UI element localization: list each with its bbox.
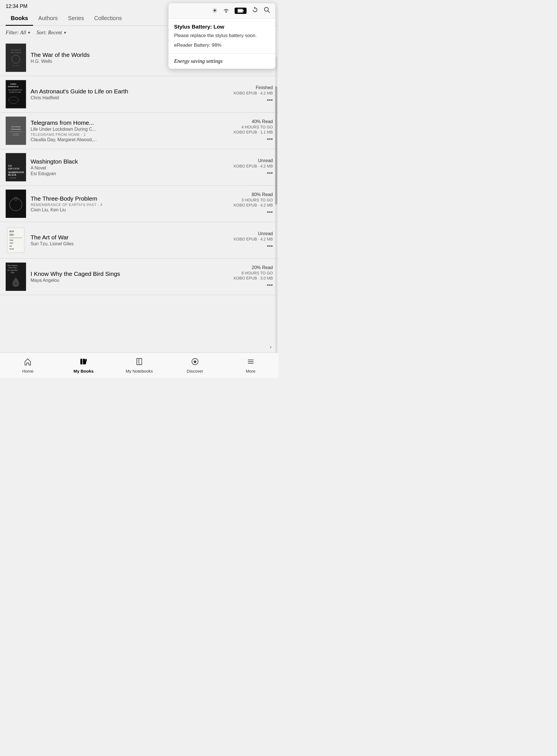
svg-rect-2 <box>238 10 242 12</box>
book-author: Esi Edugyan <box>31 171 229 176</box>
bottom-nav: Home My Books My Notebooks <box>0 353 278 378</box>
popup-title: Stylus Battery: Low <box>174 24 270 30</box>
nav-label-mybooks: My Books <box>74 369 94 373</box>
book-format: KOBO EPUB · 4.2 MB <box>234 164 273 168</box>
filter-dropdown[interactable]: Filter: All ▾ <box>6 30 30 36</box>
battery-status-icon[interactable] <box>235 8 246 14</box>
book-series: TELEGRAMS FROM HOME - 1 <box>31 132 229 137</box>
book-title: I Know Why the Caged Bird Sings <box>31 271 229 277</box>
battery-popup: ☀ Stylus Battery: Low Please replace the… <box>168 3 276 69</box>
book-author: Chris Hadfield <box>31 95 229 100</box>
book-title: The Art of War <box>31 234 229 241</box>
nav-label-home: Home <box>22 369 33 373</box>
svg-rect-1 <box>243 10 244 11</box>
home-icon <box>24 358 32 367</box>
book-meta: 80% Read 3 HOURS TO GO KOBO EPUB · 4.2 M… <box>233 192 273 216</box>
list-item[interactable]: The Three-Body Problem REMEMBRANCE OF EA… <box>0 186 278 222</box>
book-hours: 3 HOURS TO GO <box>241 198 273 202</box>
scrollbar[interactable] <box>275 57 277 353</box>
book-cover: THE WAR OF THE WORLDS kobo edition <box>6 43 26 72</box>
list-item[interactable]: CHRISHADFIELD AN ASTRONAUT'SGUIDE TO LIF… <box>0 76 278 113</box>
list-item[interactable]: SUNTZU THEARTOFWAR The Art of War Sun Tz… <box>0 222 278 259</box>
book-author: Sun Tzu, Lionel Giles <box>31 241 229 246</box>
book-status: Unread <box>258 158 273 163</box>
book-format: KOBO EPUB · 4.2 MB <box>234 91 273 95</box>
tab-authors[interactable]: Authors <box>33 11 63 26</box>
book-meta: Finished KOBO EPUB · 4.2 MB ••• <box>233 85 273 103</box>
sort-chevron-icon: ▾ <box>64 30 66 35</box>
filter-chevron-icon: ▾ <box>28 30 30 35</box>
book-info: An Astronaut's Guide to Life on Earth Ch… <box>31 88 229 100</box>
book-meta: 20% Read 8 HOURS TO GO KOBO EPUB · 3.0 M… <box>233 265 273 289</box>
book-info: Washington Black A Novel Esi Edugyan <box>31 158 229 176</box>
search-icon[interactable] <box>264 6 270 15</box>
filter-label: Filter: All <box>6 30 26 36</box>
nav-label-discover: Discover <box>187 369 203 373</box>
nav-label-more: More <box>246 369 255 373</box>
sort-label: Sort: Recent <box>36 30 62 36</box>
book-status: Unread <box>258 231 273 236</box>
book-status: 20% Read <box>252 265 273 270</box>
book-hours: 8 HOURS TO GO <box>241 271 273 275</box>
nav-item-notebooks[interactable]: My Notebooks <box>112 355 167 376</box>
book-info: Telegrams from Home... Life Under Lockdo… <box>31 119 229 142</box>
refresh-icon[interactable] <box>252 6 258 15</box>
book-cover: SUNTZU THEARTOFWAR <box>6 226 26 254</box>
book-list: THE WAR OF THE WORLDS kobo edition The W… <box>0 40 278 295</box>
popup-battery-level: eReader Battery: 98% <box>174 42 270 48</box>
brightness-icon[interactable]: ☀ <box>212 7 218 14</box>
book-status: 40% Read <box>252 119 273 124</box>
book-cover: Maya AngelouI Know Whythe Caged BirdSing… <box>6 263 26 291</box>
book-options-button[interactable]: ••• <box>267 136 273 143</box>
book-title: An Astronaut's Guide to Life on Earth <box>31 88 229 95</box>
book-subtitle: Life Under Lockdown During C... <box>31 127 229 132</box>
book-options-button[interactable]: ••• <box>267 282 273 289</box>
book-options-button[interactable]: ••• <box>267 170 273 177</box>
nav-item-home[interactable]: Home <box>0 355 56 376</box>
book-author: Claudia Day, Margaret Atwood,... <box>31 137 229 142</box>
list-item[interactable]: TELEGRAMSFROM HOME Life UnderLockdown Te… <box>0 113 278 149</box>
book-cover: TELEGRAMSFROM HOME Life UnderLockdown <box>6 117 26 145</box>
book-format: KOBO EPUB · 4.2 MB <box>234 237 273 241</box>
book-hours: 4 HOURS TO GO <box>241 125 273 129</box>
nav-item-mybooks[interactable]: My Books <box>56 355 112 376</box>
book-meta: Unread KOBO EPUB · 4.2 MB ••• <box>233 158 273 177</box>
notebooks-icon <box>135 358 143 367</box>
book-series: REMEMBRANCE OF EARTH'S PAST - 3 <box>31 203 229 207</box>
book-options-button[interactable]: ••• <box>267 209 273 216</box>
tab-books[interactable]: Books <box>6 11 33 26</box>
list-item[interactable]: Maya AngelouI Know Whythe Caged BirdSing… <box>0 259 278 295</box>
book-meta: Unread KOBO EPUB · 4.2 MB ••• <box>233 231 273 249</box>
nav-item-discover[interactable]: Discover <box>167 355 223 376</box>
scroll-thumb[interactable] <box>275 86 277 205</box>
book-info: I Know Why the Caged Bird Sings Maya Ang… <box>31 271 229 283</box>
book-title: Telegrams from Home... <box>31 119 229 126</box>
book-info: The Three-Body Problem REMEMBRANCE OF EA… <box>31 195 229 212</box>
wifi-icon[interactable] <box>223 8 230 14</box>
book-format: KOBO EPUB · 1.1 MB <box>234 130 273 134</box>
book-options-button[interactable]: ••• <box>267 243 273 249</box>
svg-point-3 <box>264 7 268 11</box>
book-cover: CHRISHADFIELD AN ASTRONAUT'SGUIDE TO LIF… <box>6 80 26 109</box>
book-title: The Three-Body Problem <box>31 195 229 202</box>
svg-rect-10 <box>80 359 82 364</box>
nav-label-notebooks: My Notebooks <box>126 369 153 373</box>
book-status: Finished <box>256 85 273 90</box>
book-cover <box>6 189 26 218</box>
discover-icon <box>191 358 199 367</box>
book-options-button[interactable]: ••• <box>267 97 273 103</box>
svg-rect-12 <box>137 359 142 365</box>
tab-collections[interactable]: Collections <box>89 11 127 26</box>
nav-item-more[interactable]: More <box>223 355 278 376</box>
book-status: 80% Read <box>252 192 273 197</box>
books-icon <box>80 358 87 367</box>
scroll-down-icon[interactable]: › <box>270 343 272 350</box>
popup-message: Please replace the stylus battery soon. <box>174 32 270 39</box>
tab-series[interactable]: Series <box>63 11 89 26</box>
list-item[interactable]: ESIEDUGYAN WASHINGTONBLACK · A NOVEL · W… <box>0 149 278 186</box>
sort-dropdown[interactable]: Sort: Recent ▾ <box>36 30 65 36</box>
popup-content: Stylus Battery: Low Please replace the s… <box>168 19 275 54</box>
svg-line-4 <box>268 11 270 13</box>
popup-settings-link[interactable]: Energy saving settings <box>168 54 275 69</box>
book-format: KOBO EPUB · 4.2 MB <box>234 203 273 207</box>
